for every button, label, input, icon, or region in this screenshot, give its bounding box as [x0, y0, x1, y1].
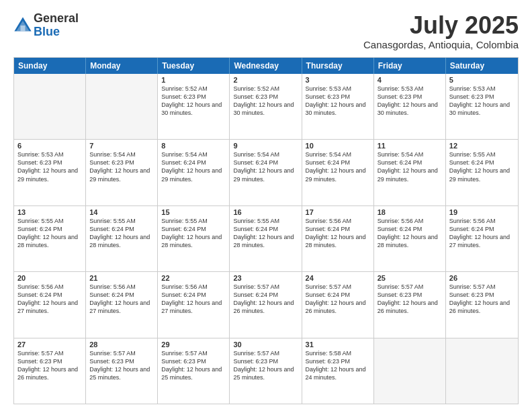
cell-info: Sunrise: 5:56 AM Sunset: 6:24 PM Dayligh…	[89, 283, 154, 316]
cell-info: Sunrise: 5:53 AM Sunset: 6:23 PM Dayligh…	[449, 85, 515, 118]
cell-info: Sunrise: 5:55 AM Sunset: 6:24 PM Dayligh…	[161, 217, 226, 250]
location-title: Canasgordas, Antioquia, Colombia	[363, 39, 519, 50]
cell-info: Sunrise: 5:57 AM Sunset: 6:23 PM Dayligh…	[89, 349, 154, 382]
calendar-cell-11: 11Sunrise: 5:54 AM Sunset: 6:24 PM Dayli…	[374, 140, 446, 205]
calendar-week-4: 20Sunrise: 5:56 AM Sunset: 6:24 PM Dayli…	[14, 272, 518, 338]
day-number: 27	[17, 340, 82, 349]
calendar: SundayMondayTuesdayWednesdayThursdayFrid…	[13, 57, 519, 404]
calendar-cell-1: 1Sunrise: 5:52 AM Sunset: 6:23 PM Daylig…	[158, 74, 230, 139]
calendar-cell-13: 13Sunrise: 5:55 AM Sunset: 6:24 PM Dayli…	[14, 206, 86, 271]
cell-info: Sunrise: 5:55 AM Sunset: 6:24 PM Dayligh…	[17, 217, 82, 250]
cell-info: Sunrise: 5:57 AM Sunset: 6:23 PM Dayligh…	[449, 283, 515, 316]
calendar-cell-16: 16Sunrise: 5:55 AM Sunset: 6:24 PM Dayli…	[230, 206, 302, 271]
cell-info: Sunrise: 5:54 AM Sunset: 6:24 PM Dayligh…	[378, 150, 442, 183]
calendar-week-2: 6Sunrise: 5:53 AM Sunset: 6:23 PM Daylig…	[14, 140, 518, 205]
cell-info: Sunrise: 5:55 AM Sunset: 6:24 PM Dayligh…	[449, 150, 515, 183]
calendar-cell-3: 3Sunrise: 5:53 AM Sunset: 6:23 PM Daylig…	[302, 74, 374, 139]
day-number: 13	[17, 208, 82, 216]
cell-info: Sunrise: 5:53 AM Sunset: 6:23 PM Dayligh…	[378, 85, 442, 118]
day-number: 28	[89, 340, 154, 349]
calendar-cell-15: 15Sunrise: 5:55 AM Sunset: 6:24 PM Dayli…	[158, 206, 230, 271]
calendar-cell-17: 17Sunrise: 5:56 AM Sunset: 6:24 PM Dayli…	[302, 206, 374, 271]
page: General Blue July 2025 Canasgordas, Anti…	[0, 0, 532, 411]
day-number: 24	[306, 274, 370, 282]
cell-info: Sunrise: 5:55 AM Sunset: 6:24 PM Dayligh…	[89, 217, 154, 250]
day-number: 23	[233, 274, 298, 282]
calendar-cell-5: 5Sunrise: 5:53 AM Sunset: 6:23 PM Daylig…	[446, 74, 518, 139]
day-number: 8	[161, 142, 226, 150]
day-number: 21	[89, 274, 154, 282]
calendar-cell-30: 30Sunrise: 5:57 AM Sunset: 6:23 PM Dayli…	[230, 338, 302, 404]
calendar-cell-23: 23Sunrise: 5:57 AM Sunset: 6:24 PM Dayli…	[230, 272, 302, 337]
cell-info: Sunrise: 5:56 AM Sunset: 6:24 PM Dayligh…	[17, 283, 82, 316]
calendar-cell-27: 27Sunrise: 5:57 AM Sunset: 6:23 PM Dayli…	[14, 338, 86, 404]
day-number: 22	[161, 274, 226, 282]
cell-info: Sunrise: 5:56 AM Sunset: 6:24 PM Dayligh…	[306, 217, 370, 250]
calendar-cell-empty-0-1	[86, 74, 158, 139]
calendar-cell-6: 6Sunrise: 5:53 AM Sunset: 6:23 PM Daylig…	[14, 140, 86, 205]
day-number: 16	[233, 208, 298, 216]
cell-info: Sunrise: 5:57 AM Sunset: 6:24 PM Dayligh…	[233, 283, 298, 316]
calendar-header-monday: Monday	[86, 58, 158, 74]
day-number: 1	[161, 76, 226, 84]
calendar-header-tuesday: Tuesday	[158, 58, 230, 74]
calendar-header-sunday: Sunday	[14, 58, 86, 74]
cell-info: Sunrise: 5:56 AM Sunset: 6:24 PM Dayligh…	[161, 283, 226, 316]
day-number: 31	[306, 340, 370, 349]
cell-info: Sunrise: 5:56 AM Sunset: 6:24 PM Dayligh…	[449, 217, 515, 250]
calendar-cell-7: 7Sunrise: 5:54 AM Sunset: 6:23 PM Daylig…	[86, 140, 158, 205]
calendar-cell-22: 22Sunrise: 5:56 AM Sunset: 6:24 PM Dayli…	[158, 272, 230, 337]
day-number: 25	[378, 274, 442, 282]
calendar-cell-2: 2Sunrise: 5:52 AM Sunset: 6:23 PM Daylig…	[230, 74, 302, 139]
calendar-header-row: SundayMondayTuesdayWednesdayThursdayFrid…	[14, 58, 518, 74]
day-number: 4	[378, 76, 442, 84]
day-number: 15	[161, 208, 226, 216]
day-number: 12	[449, 142, 515, 150]
day-number: 5	[449, 76, 515, 84]
day-number: 26	[449, 274, 515, 282]
calendar-header-friday: Friday	[374, 58, 446, 74]
day-number: 2	[233, 76, 298, 84]
cell-info: Sunrise: 5:56 AM Sunset: 6:24 PM Dayligh…	[378, 217, 442, 250]
calendar-cell-4: 4Sunrise: 5:53 AM Sunset: 6:23 PM Daylig…	[374, 74, 446, 139]
cell-info: Sunrise: 5:54 AM Sunset: 6:23 PM Dayligh…	[89, 150, 154, 183]
cell-info: Sunrise: 5:52 AM Sunset: 6:23 PM Dayligh…	[161, 85, 226, 118]
calendar-header-saturday: Saturday	[446, 58, 518, 74]
cell-info: Sunrise: 5:57 AM Sunset: 6:23 PM Dayligh…	[17, 349, 82, 382]
calendar-week-1: 1Sunrise: 5:52 AM Sunset: 6:23 PM Daylig…	[14, 74, 518, 140]
day-number: 3	[306, 76, 370, 84]
calendar-cell-21: 21Sunrise: 5:56 AM Sunset: 6:24 PM Dayli…	[86, 272, 158, 337]
cell-info: Sunrise: 5:54 AM Sunset: 6:24 PM Dayligh…	[306, 150, 370, 183]
calendar-week-3: 13Sunrise: 5:55 AM Sunset: 6:24 PM Dayli…	[14, 206, 518, 272]
calendar-cell-12: 12Sunrise: 5:55 AM Sunset: 6:24 PM Dayli…	[446, 140, 518, 205]
month-title: July 2025	[363, 12, 519, 39]
calendar-cell-19: 19Sunrise: 5:56 AM Sunset: 6:24 PM Dayli…	[446, 206, 518, 271]
calendar-cell-8: 8Sunrise: 5:54 AM Sunset: 6:24 PM Daylig…	[158, 140, 230, 205]
logo-icon	[13, 16, 32, 35]
calendar-cell-9: 9Sunrise: 5:54 AM Sunset: 6:24 PM Daylig…	[230, 140, 302, 205]
calendar-header-thursday: Thursday	[302, 58, 374, 74]
calendar-cell-14: 14Sunrise: 5:55 AM Sunset: 6:24 PM Dayli…	[86, 206, 158, 271]
day-number: 17	[306, 208, 370, 216]
cell-info: Sunrise: 5:54 AM Sunset: 6:24 PM Dayligh…	[161, 150, 226, 183]
cell-info: Sunrise: 5:53 AM Sunset: 6:23 PM Dayligh…	[17, 150, 82, 183]
calendar-body: 1Sunrise: 5:52 AM Sunset: 6:23 PM Daylig…	[14, 74, 518, 404]
calendar-week-5: 27Sunrise: 5:57 AM Sunset: 6:23 PM Dayli…	[14, 338, 518, 404]
logo-blue-text: Blue	[34, 26, 79, 39]
title-block: July 2025 Canasgordas, Antioquia, Colomb…	[363, 12, 519, 50]
day-number: 6	[17, 142, 82, 150]
day-number: 10	[306, 142, 370, 150]
cell-info: Sunrise: 5:57 AM Sunset: 6:23 PM Dayligh…	[378, 283, 442, 316]
cell-info: Sunrise: 5:57 AM Sunset: 6:23 PM Dayligh…	[233, 349, 298, 382]
day-number: 30	[233, 340, 298, 349]
cell-info: Sunrise: 5:57 AM Sunset: 6:23 PM Dayligh…	[161, 349, 226, 382]
calendar-cell-empty-4-6	[446, 338, 518, 404]
calendar-cell-28: 28Sunrise: 5:57 AM Sunset: 6:23 PM Dayli…	[86, 338, 158, 404]
logo-general-text: General	[34, 12, 79, 26]
calendar-cell-25: 25Sunrise: 5:57 AM Sunset: 6:23 PM Dayli…	[374, 272, 446, 337]
day-number: 14	[89, 208, 154, 216]
day-number: 29	[161, 340, 226, 349]
logo: General Blue	[13, 12, 79, 39]
calendar-cell-empty-4-5	[374, 338, 446, 404]
header: General Blue July 2025 Canasgordas, Anti…	[13, 12, 519, 50]
